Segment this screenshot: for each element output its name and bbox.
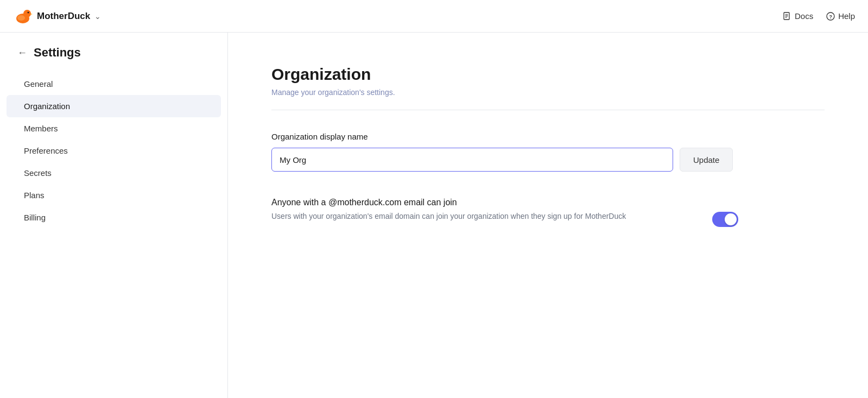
update-button[interactable]: Update — [680, 148, 733, 172]
sidebar-title: Settings — [34, 46, 81, 60]
email-join-toggle-section: Anyone with a @motherduck.com email can … — [271, 198, 825, 227]
navbar-right: Docs ? Help — [783, 11, 855, 21]
email-join-toggle[interactable] — [712, 212, 738, 227]
logo[interactable]: MotherDuck ⌄ — [13, 7, 101, 26]
sidebar-item-plans[interactable]: Plans — [7, 184, 221, 206]
svg-point-1 — [23, 10, 31, 17]
sidebar-item-secrets[interactable]: Secrets — [7, 162, 221, 184]
brand-chevron-icon[interactable]: ⌄ — [94, 12, 101, 21]
sidebar-header: ← Settings — [0, 46, 227, 73]
help-icon: ? — [826, 12, 835, 21]
toggle-row: Users with your organization's email dom… — [271, 211, 738, 227]
svg-text:?: ? — [829, 14, 833, 20]
brand-name: MotherDuck — [37, 11, 90, 22]
motherduck-logo-icon — [13, 7, 33, 26]
org-name-input-row: Update — [271, 148, 825, 172]
toggle-title: Anyone with a @motherduck.com email can … — [271, 198, 825, 207]
toggle-description: Users with your organization's email dom… — [271, 211, 626, 222]
org-name-label: Organization display name — [271, 132, 825, 141]
sidebar-nav: General Organization Members Preferences… — [0, 73, 227, 229]
back-icon[interactable]: ← — [17, 47, 27, 59]
docs-icon — [783, 12, 791, 21]
sidebar-item-organization[interactable]: Organization — [7, 95, 221, 117]
sidebar-item-preferences[interactable]: Preferences — [7, 140, 221, 162]
toggle-thumb — [725, 213, 737, 225]
org-name-section: Organization display name Update — [271, 132, 825, 172]
sidebar-item-billing[interactable]: Billing — [7, 206, 221, 229]
docs-label: Docs — [795, 11, 813, 21]
page-subtitle: Manage your organization's settings. — [271, 88, 825, 97]
sidebar-item-members[interactable]: Members — [7, 117, 221, 140]
svg-point-3 — [28, 11, 29, 13]
page-title: Organization — [271, 65, 825, 84]
help-label: Help — [838, 11, 855, 21]
content-area: Organization Manage your organization's … — [228, 33, 868, 398]
org-name-input[interactable] — [271, 148, 673, 172]
main-layout: ← Settings General Organization Members … — [0, 33, 868, 398]
toggle-track — [712, 212, 738, 227]
navbar: MotherDuck ⌄ Docs ? Help — [0, 0, 868, 33]
sidebar: ← Settings General Organization Members … — [0, 33, 228, 398]
navbar-left: MotherDuck ⌄ — [13, 7, 101, 26]
svg-point-2 — [17, 15, 25, 21]
sidebar-item-general[interactable]: General — [7, 73, 221, 95]
docs-link[interactable]: Docs — [783, 11, 813, 21]
section-divider — [271, 110, 825, 110]
help-link[interactable]: ? Help — [826, 11, 855, 21]
